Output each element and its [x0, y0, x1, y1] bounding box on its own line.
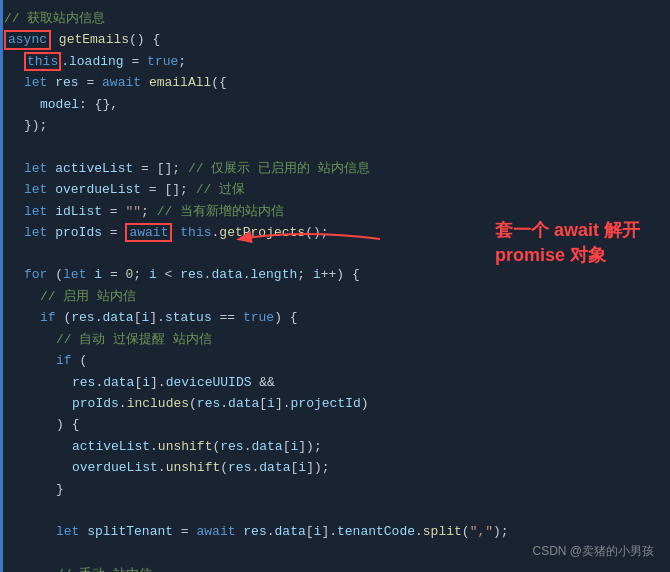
code-line-13: res.data[i].deviceUUIDS &&	[0, 372, 670, 393]
code-line-6: let activeList = []; // 仅展示 已启用的 站内信息	[0, 158, 670, 179]
code-text-18: }	[56, 479, 64, 500]
code-text-1: async getEmails() {	[4, 29, 160, 50]
code-text-15: ) {	[56, 414, 79, 435]
code-line-11: if (res.data[i].status == true) {	[0, 307, 670, 328]
code-text-6: let activeList = []; // 仅展示 已启用的 站内信息	[24, 158, 370, 179]
code-text-3: let res = await emailAll({	[24, 72, 227, 93]
code-text-5: });	[24, 115, 47, 136]
code-line-3: let res = await emailAll({	[0, 72, 670, 93]
code-text-4: model: {},	[40, 94, 118, 115]
left-border-accent	[0, 0, 3, 572]
code-line-7: let overdueList = []; // 过保	[0, 179, 670, 200]
code-line-17: overdueList.unshift(res.data[i]);	[0, 457, 670, 478]
code-text-12: if (	[56, 350, 87, 371]
code-line-14: proIds.includes(res.data[i].projectId)	[0, 393, 670, 414]
code-text-19: let splitTenant = await res.data[i].tena…	[56, 521, 509, 542]
code-line-12: if (	[0, 350, 670, 371]
code-line-blank3	[0, 500, 670, 521]
comment4: // 手动 站内信	[56, 564, 152, 572]
code-text-11: if (res.data[i].status == true) {	[40, 307, 298, 328]
code-line-18: }	[0, 479, 670, 500]
watermark: CSDN @卖猪的小男孩	[532, 543, 654, 560]
code-text-2: this.loading = true;	[24, 51, 186, 72]
code-text-14: proIds.includes(res.data[i].projectId)	[72, 393, 369, 414]
code-text-8: let idList = ""; // 当有新增的站内信	[24, 201, 284, 222]
code-line-5: });	[0, 115, 670, 136]
code-text-10: for (let i = 0; i < res.data.length; i++…	[24, 264, 360, 285]
code-line-comment-top: // 获取站内信息	[0, 8, 670, 29]
comment2: // 启用 站内信	[40, 286, 136, 307]
code-line-4: model: {},	[0, 94, 670, 115]
code-line-19: let splitTenant = await res.data[i].tena…	[0, 521, 670, 542]
comment-top: // 获取站内信息	[4, 8, 105, 29]
code-line-blank1	[0, 137, 670, 158]
code-line-16: activeList.unshift(res.data[i]);	[0, 436, 670, 457]
code-text-13: res.data[i].deviceUUIDS &&	[72, 372, 275, 393]
code-container: // 获取站内信息 async getEmails() { this.loadi…	[0, 0, 670, 572]
comment3: // 自动 过保提醒 站内信	[56, 329, 212, 350]
code-line-15: ) {	[0, 414, 670, 435]
code-line-comment4: // 手动 站内信	[0, 564, 670, 572]
code-line-comment2: // 启用 站内信	[0, 286, 670, 307]
code-text-7: let overdueList = []; // 过保	[24, 179, 245, 200]
code-line-2: this.loading = true;	[0, 51, 670, 72]
code-text-16: activeList.unshift(res.data[i]);	[72, 436, 322, 457]
code-text-9: let proIds = await this.getProjects();	[24, 222, 329, 243]
code-line-comment3: // 自动 过保提醒 站内信	[0, 329, 670, 350]
annotation-text: 套一个 await 解开promise 对象	[495, 218, 640, 268]
code-line-1: async getEmails() {	[0, 29, 670, 50]
code-text-17: overdueList.unshift(res.data[i]);	[72, 457, 330, 478]
